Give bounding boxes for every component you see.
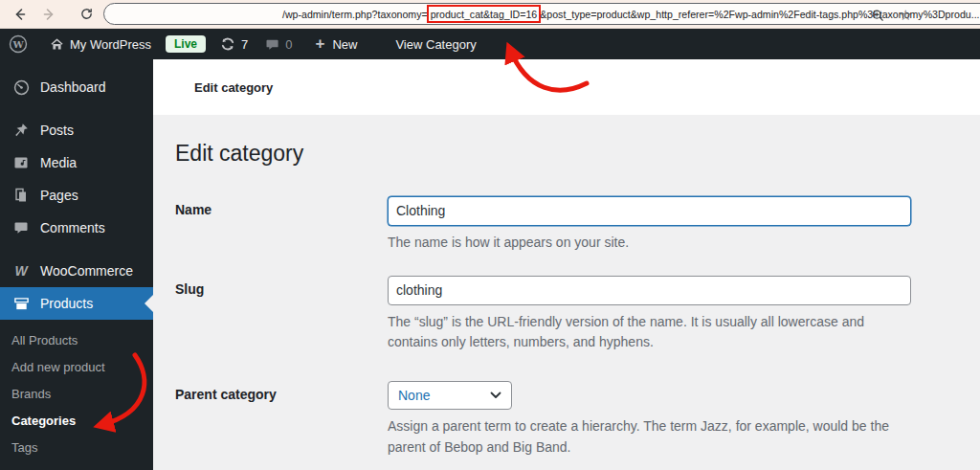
view-category-link[interactable]: View Category — [387, 29, 484, 59]
slug-row: Slug The “slug” is the URL-friendly vers… — [175, 276, 951, 353]
name-row: Name The name is how it appears on your … — [175, 196, 951, 254]
sidebar-item-comments[interactable]: Comments — [0, 212, 153, 244]
wp-admin-bar: W My WordPress Live 7 0 + New View Categ… — [0, 29, 980, 59]
submenu-add-new-product[interactable]: Add new product — [0, 354, 153, 381]
slug-label: Slug — [175, 276, 388, 353]
name-help-text: The name is how it appears on your site. — [388, 233, 909, 254]
browser-back-icon[interactable] — [8, 3, 31, 26]
slug-help-text: The “slug” is the URL-friendly version o… — [388, 312, 909, 353]
sidebar-item-posts[interactable]: Posts — [0, 114, 153, 146]
url-highlight-box: product_cat&tag_ID=16 — [427, 5, 542, 23]
sidebar-label: Pages — [40, 188, 78, 203]
admin-sidebar: Dashboard Posts Media Pages — [0, 59, 153, 470]
updates-count: 7 — [241, 37, 248, 52]
url-suffix: &post_type=product&wp_http_referer=%2Fwp… — [540, 9, 979, 20]
sidebar-label: Media — [40, 155, 77, 170]
pushpin-icon — [11, 123, 31, 138]
wordpress-admin-page: /wp-admin/term.php?taxonomy=product_cat&… — [0, 0, 980, 470]
parent-category-select[interactable]: None — [388, 381, 512, 410]
content-area: Edit category Edit category Name The nam… — [153, 59, 980, 470]
sidebar-label: Comments — [40, 220, 105, 235]
edit-category-form: Edit category Name The name is how it ap… — [153, 115, 980, 458]
home-icon — [50, 37, 64, 52]
sidebar-label: WooCommerce — [40, 263, 133, 279]
submenu-brands[interactable]: Brands — [0, 381, 153, 408]
parent-category-row: Parent category None Assign a parent ter… — [175, 381, 951, 458]
comments-count: 0 — [285, 37, 292, 52]
new-content-menu[interactable]: + New — [306, 29, 366, 59]
comments-icon — [11, 220, 31, 235]
sidebar-label: Dashboard — [40, 79, 106, 95]
svg-text:W: W — [11, 39, 24, 50]
plus-icon: + — [315, 34, 324, 54]
sidebar-item-media[interactable]: Media — [0, 146, 153, 179]
sidebar-item-products[interactable]: Products — [0, 287, 153, 320]
sidebar-item-dashboard[interactable]: Dashboard — [0, 71, 153, 103]
comments-menu[interactable]: 0 — [256, 29, 301, 59]
media-icon — [11, 155, 31, 170]
parent-category-label: Parent category — [175, 381, 388, 458]
submenu-all-products[interactable]: All Products — [0, 327, 153, 354]
updates-icon — [220, 36, 235, 52]
sidebar-label: Posts — [40, 123, 74, 138]
site-name: My WordPress — [70, 37, 151, 52]
browser-forward-icon[interactable] — [38, 3, 61, 26]
new-label: New — [332, 37, 357, 52]
sidebar-item-woocommerce[interactable]: W WooCommerce — [0, 255, 153, 287]
parent-category-selected-value: None — [398, 388, 430, 403]
address-bar[interactable]: /wp-admin/term.php?taxonomy=product_cat&… — [103, 3, 980, 25]
live-badge[interactable]: Live — [166, 35, 206, 53]
products-submenu: All Products Add new product Brands Cate… — [0, 320, 153, 467]
bookmark-star-icon[interactable]: ☆ — [900, 7, 912, 24]
submenu-tags[interactable]: Tags — [0, 435, 153, 461]
pages-icon — [11, 188, 31, 203]
comments-bubble-icon — [265, 37, 279, 52]
dashboard-gauge-icon — [11, 79, 31, 96]
name-label: Name — [175, 196, 388, 254]
sidebar-label: Products — [40, 296, 93, 311]
slug-input[interactable] — [388, 276, 911, 305]
browser-toolbar: /wp-admin/term.php?taxonomy=product_cat&… — [0, 0, 980, 29]
chevron-down-icon — [490, 392, 501, 399]
view-category-label: View Category — [395, 37, 476, 52]
woocommerce-icon: W — [11, 263, 31, 279]
zoom-icon[interactable] — [871, 9, 884, 22]
url-prefix: /wp-admin/term.php?taxonomy= — [282, 9, 428, 20]
content-toolbar: Edit category — [153, 59, 980, 115]
toolbar-title: Edit category — [194, 80, 273, 95]
browser-reload-icon[interactable] — [75, 3, 98, 26]
wordpress-logo-icon[interactable]: W — [0, 29, 36, 59]
site-menu[interactable]: My WordPress — [36, 29, 160, 59]
parent-category-help-text: Assign a parent term to create a hierarc… — [388, 416, 909, 458]
submenu-categories[interactable]: Categories — [0, 408, 153, 435]
sidebar-item-pages[interactable]: Pages — [0, 179, 153, 212]
products-box-icon — [11, 296, 31, 312]
page-title: Edit category — [175, 140, 951, 168]
updates-menu[interactable]: 7 — [212, 29, 256, 59]
name-input[interactable] — [388, 196, 911, 226]
